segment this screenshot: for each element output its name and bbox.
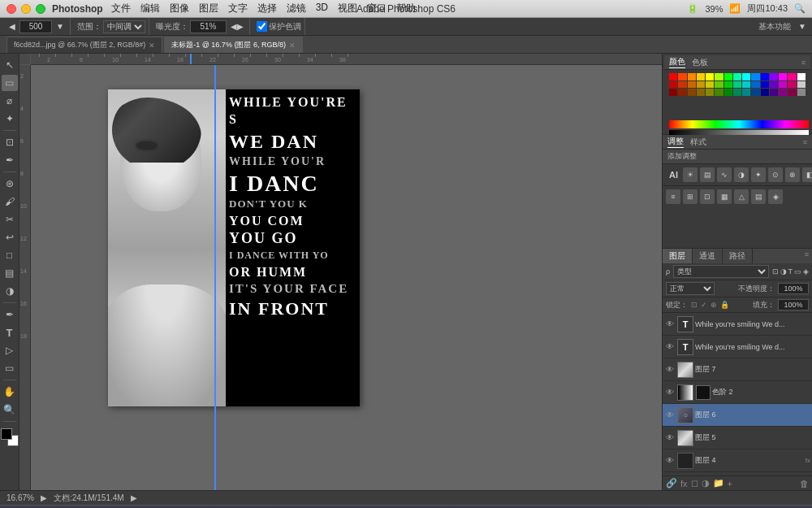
- swatch[interactable]: [697, 81, 705, 89]
- posterize-icon[interactable]: ▦: [717, 189, 732, 204]
- pen-tool[interactable]: ✒: [2, 306, 18, 323]
- clone-tool[interactable]: ✂: [2, 211, 18, 228]
- swatch[interactable]: [770, 89, 778, 96]
- lasso-tool[interactable]: ⌀: [2, 93, 18, 109]
- crop-tool[interactable]: ⊡: [2, 134, 18, 150]
- brush-preset-button[interactable]: ▼: [54, 21, 67, 32]
- swatch[interactable]: [770, 81, 778, 89]
- menu-3d[interactable]: 3D: [316, 2, 328, 15]
- menu-edit[interactable]: 编辑: [140, 2, 160, 15]
- gradient-tool[interactable]: ▤: [2, 265, 18, 281]
- menu-file[interactable]: 文件: [111, 2, 131, 15]
- swatch[interactable]: [779, 89, 787, 96]
- close-button[interactable]: [6, 4, 16, 14]
- layer-mask-icon[interactable]: ◻: [691, 478, 698, 488]
- vibrance-adjust-icon[interactable]: ✦: [751, 167, 766, 182]
- color-swatches[interactable]: [1, 428, 19, 446]
- lock-pixels-icon[interactable]: ⊡: [691, 301, 698, 309]
- layer-visibility-text2[interactable]: 👁: [664, 341, 676, 353]
- channels-tab[interactable]: 通道: [693, 249, 723, 263]
- swatch[interactable]: [788, 73, 796, 80]
- search-icon[interactable]: 🔍: [794, 3, 806, 14]
- swatch[interactable]: [742, 73, 750, 80]
- panel-options-icon[interactable]: ≡: [801, 59, 806, 67]
- move-tool[interactable]: ↖: [2, 57, 18, 73]
- style-tab[interactable]: 样式: [690, 137, 706, 148]
- swatch[interactable]: [779, 81, 787, 89]
- layer-adjustment-icon[interactable]: ◑: [702, 478, 710, 488]
- fill-input[interactable]: [778, 299, 809, 310]
- gradient-map-icon[interactable]: ▤: [751, 189, 766, 204]
- swatch[interactable]: [678, 81, 686, 89]
- swatch[interactable]: [669, 81, 677, 89]
- exposure-adjust-icon[interactable]: ◑: [734, 167, 749, 182]
- threshold-icon[interactable]: △: [734, 189, 749, 204]
- swatch[interactable]: [788, 81, 796, 89]
- layer-visibility-7[interactable]: 👁: [664, 364, 676, 376]
- swatch[interactable]: [724, 89, 732, 96]
- swatch[interactable]: [706, 89, 714, 96]
- protect-checkbox[interactable]: [257, 21, 267, 32]
- filter-shape-icon[interactable]: ▭: [794, 267, 801, 276]
- curves-adjust-icon[interactable]: ∿: [717, 167, 732, 182]
- brush-size-input[interactable]: [19, 20, 52, 33]
- tab-file2[interactable]: 未标题-1 @ 16.7% (图层 6, RGB/8) ✕: [164, 37, 303, 53]
- color-tab[interactable]: 颜色: [669, 56, 685, 68]
- layer-visibility-levels2[interactable]: 👁: [664, 387, 676, 398]
- layer-item-6[interactable]: 👁 ⊙ 图层 6: [663, 404, 812, 427]
- path-tool[interactable]: ▷: [2, 342, 18, 358]
- dodge-tool[interactable]: ◑: [2, 283, 18, 299]
- layer-item-text1[interactable]: 👁 T While you're smiling We d...: [663, 313, 812, 336]
- minimize-button[interactable]: [21, 4, 31, 14]
- layer-visibility-4[interactable]: 👁: [664, 455, 676, 467]
- exposure-slider-icon[interactable]: ◀▶: [228, 21, 246, 32]
- opacity-input[interactable]: [778, 283, 809, 294]
- swatch[interactable]: [751, 89, 759, 96]
- swatch[interactable]: [715, 89, 723, 96]
- swatch[interactable]: [688, 81, 696, 89]
- menu-select[interactable]: 选择: [257, 2, 277, 15]
- brightness-adjust-icon[interactable]: ☀: [683, 167, 698, 182]
- swatch[interactable]: [678, 89, 686, 96]
- swatch[interactable]: [715, 73, 723, 80]
- layer-visibility-text1[interactable]: 👁: [664, 319, 676, 330]
- swatch[interactable]: [742, 81, 750, 89]
- tab-file1[interactable]: f6cd82d...jpg @ 66.7% (图层 2, RGB/8#) ✕: [6, 37, 162, 53]
- swatch[interactable]: [797, 81, 806, 89]
- layer-style-icon[interactable]: fx: [680, 479, 688, 488]
- layer-visibility-5[interactable]: 👁: [664, 432, 676, 444]
- hand-tool[interactable]: ✋: [2, 384, 18, 400]
- channel-mixer-icon[interactable]: ≡: [666, 189, 680, 204]
- layer-kind-filter[interactable]: 类型: [673, 265, 768, 278]
- eraser-tool[interactable]: □: [2, 247, 18, 263]
- tab-file2-close[interactable]: ✕: [289, 41, 296, 50]
- swatch[interactable]: [751, 73, 759, 80]
- selective-color-icon[interactable]: ◈: [768, 189, 783, 204]
- swatch[interactable]: [733, 73, 741, 80]
- layer-item-7[interactable]: 👁 图层 7: [663, 358, 812, 381]
- swatch[interactable]: [797, 89, 806, 96]
- layers-options-icon[interactable]: ≡: [801, 249, 812, 263]
- layer-item-text2[interactable]: 👁 T While you're smiling We d...: [663, 336, 812, 358]
- swatches-tab[interactable]: 色板: [692, 57, 708, 68]
- swatch[interactable]: [678, 73, 686, 80]
- colorbalance-adjust-icon[interactable]: ⊗: [785, 167, 800, 182]
- foreground-color-swatch[interactable]: [1, 428, 12, 440]
- adjust-options-icon[interactable]: ≡: [803, 138, 807, 146]
- invert-icon[interactable]: ⊡: [700, 189, 715, 204]
- filter-adjust-icon[interactable]: ◑: [780, 267, 787, 276]
- swatch[interactable]: [706, 73, 714, 80]
- new-layer-icon[interactable]: +: [728, 479, 732, 488]
- swatch[interactable]: [697, 73, 705, 80]
- type-tool[interactable]: T: [2, 324, 18, 341]
- layer-link-icon[interactable]: 🔗: [666, 478, 677, 488]
- swatch[interactable]: [724, 73, 732, 80]
- levels-adjust-icon[interactable]: ▤: [700, 167, 715, 182]
- lock-position-icon[interactable]: ✓: [701, 301, 707, 309]
- layer-item-4[interactable]: 👁 图层 4 fx: [663, 449, 812, 472]
- history-tool[interactable]: ↩: [2, 229, 18, 245]
- swatch[interactable]: [669, 89, 677, 96]
- menu-layer[interactable]: 图层: [199, 2, 218, 15]
- swatch[interactable]: [742, 89, 750, 96]
- swatch[interactable]: [669, 73, 677, 80]
